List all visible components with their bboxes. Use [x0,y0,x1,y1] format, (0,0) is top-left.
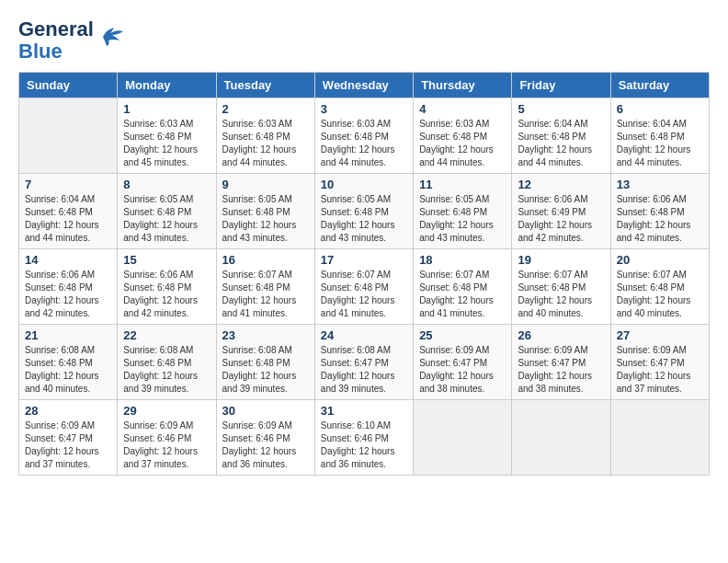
calendar-body: 1Sunrise: 6:03 AM Sunset: 6:48 PM Daylig… [19,98,710,476]
calendar-cell: 20Sunrise: 6:07 AM Sunset: 6:48 PM Dayli… [610,249,709,325]
weekday-header-saturday: Saturday [610,73,709,98]
calendar-cell [414,400,512,476]
day-number: 14 [25,253,111,267]
weekday-header-wednesday: Wednesday [314,73,413,98]
day-number: 7 [25,178,111,191]
day-info: Sunrise: 6:09 AM Sunset: 6:47 PM Dayligh… [419,344,506,396]
calendar-cell: 1Sunrise: 6:03 AM Sunset: 6:48 PM Daylig… [118,98,216,174]
calendar-cell: 7Sunrise: 6:04 AM Sunset: 6:48 PM Daylig… [19,174,118,249]
calendar-week-2: 7Sunrise: 6:04 AM Sunset: 6:48 PM Daylig… [19,174,710,249]
day-number: 17 [321,253,407,267]
calendar-cell: 29Sunrise: 6:09 AM Sunset: 6:46 PM Dayli… [118,400,216,476]
calendar-cell: 4Sunrise: 6:03 AM Sunset: 6:48 PM Daylig… [414,98,512,174]
weekday-header-sunday: Sunday [19,73,118,98]
day-number: 11 [419,178,506,191]
calendar-cell: 21Sunrise: 6:08 AM Sunset: 6:48 PM Dayli… [19,325,118,400]
day-info: Sunrise: 6:07 AM Sunset: 6:48 PM Dayligh… [222,269,309,320]
calendar-cell: 11Sunrise: 6:05 AM Sunset: 6:48 PM Dayli… [414,174,512,249]
day-info: Sunrise: 6:08 AM Sunset: 6:48 PM Dayligh… [25,344,111,396]
day-info: Sunrise: 6:07 AM Sunset: 6:48 PM Dayligh… [617,269,703,320]
calendar-cell: 13Sunrise: 6:06 AM Sunset: 6:48 PM Dayli… [610,174,709,249]
calendar-cell: 8Sunrise: 6:05 AM Sunset: 6:48 PM Daylig… [118,174,216,249]
calendar-cell: 22Sunrise: 6:08 AM Sunset: 6:48 PM Dayli… [118,325,216,400]
day-info: Sunrise: 6:04 AM Sunset: 6:48 PM Dayligh… [518,118,604,169]
day-info: Sunrise: 6:09 AM Sunset: 6:47 PM Dayligh… [617,344,703,396]
weekday-header-tuesday: Tuesday [216,73,314,98]
day-number: 2 [222,102,309,116]
calendar-cell: 27Sunrise: 6:09 AM Sunset: 6:47 PM Dayli… [610,325,709,400]
calendar-cell: 26Sunrise: 6:09 AM Sunset: 6:47 PM Dayli… [512,325,610,400]
day-number: 16 [222,253,309,267]
calendar-cell: 5Sunrise: 6:04 AM Sunset: 6:48 PM Daylig… [512,98,610,174]
calendar-cell: 15Sunrise: 6:06 AM Sunset: 6:48 PM Dayli… [118,249,216,325]
day-info: Sunrise: 6:03 AM Sunset: 6:48 PM Dayligh… [123,118,210,169]
day-number: 28 [25,404,111,418]
day-info: Sunrise: 6:09 AM Sunset: 6:47 PM Dayligh… [25,419,111,471]
day-number: 3 [321,102,407,116]
calendar-cell: 18Sunrise: 6:07 AM Sunset: 6:48 PM Dayli… [414,249,512,325]
day-info: Sunrise: 6:04 AM Sunset: 6:48 PM Dayligh… [25,193,111,245]
day-number: 24 [321,328,407,342]
day-number: 4 [419,102,506,116]
day-info: Sunrise: 6:03 AM Sunset: 6:48 PM Dayligh… [419,118,506,169]
calendar-cell: 24Sunrise: 6:08 AM Sunset: 6:47 PM Dayli… [314,325,413,400]
calendar-cell: 31Sunrise: 6:10 AM Sunset: 6:46 PM Dayli… [314,400,413,476]
day-info: Sunrise: 6:06 AM Sunset: 6:48 PM Dayligh… [617,193,703,245]
calendar-cell [19,98,118,174]
weekday-header-friday: Friday [512,73,610,98]
day-info: Sunrise: 6:07 AM Sunset: 6:48 PM Dayligh… [419,269,506,320]
weekday-header-monday: Monday [118,73,216,98]
calendar-cell: 3Sunrise: 6:03 AM Sunset: 6:48 PM Daylig… [314,98,413,174]
day-number: 10 [321,178,407,191]
day-number: 22 [123,328,210,342]
day-info: Sunrise: 6:09 AM Sunset: 6:46 PM Dayligh… [222,419,309,471]
day-number: 9 [222,178,309,191]
day-number: 18 [419,253,506,267]
calendar-cell: 16Sunrise: 6:07 AM Sunset: 6:48 PM Dayli… [216,249,314,325]
day-info: Sunrise: 6:10 AM Sunset: 6:46 PM Dayligh… [321,419,407,471]
day-number: 8 [123,178,210,191]
calendar-cell: 12Sunrise: 6:06 AM Sunset: 6:49 PM Dayli… [512,174,610,249]
day-info: Sunrise: 6:07 AM Sunset: 6:48 PM Dayligh… [321,269,407,320]
calendar-week-1: 1Sunrise: 6:03 AM Sunset: 6:48 PM Daylig… [19,98,710,174]
logo-general-text: General [18,18,94,40]
logo-bird-icon [96,20,129,53]
day-number: 6 [617,102,703,116]
calendar-cell: 9Sunrise: 6:05 AM Sunset: 6:48 PM Daylig… [216,174,314,249]
logo-blue-text: Blue [18,40,94,63]
weekday-header-thursday: Thursday [414,73,512,98]
day-info: Sunrise: 6:04 AM Sunset: 6:48 PM Dayligh… [617,118,703,169]
day-info: Sunrise: 6:03 AM Sunset: 6:48 PM Dayligh… [321,118,407,169]
day-info: Sunrise: 6:03 AM Sunset: 6:48 PM Dayligh… [222,118,309,169]
day-info: Sunrise: 6:08 AM Sunset: 6:48 PM Dayligh… [123,344,210,396]
calendar-cell: 28Sunrise: 6:09 AM Sunset: 6:47 PM Dayli… [19,400,118,476]
calendar-cell [610,400,709,476]
day-info: Sunrise: 6:08 AM Sunset: 6:47 PM Dayligh… [321,344,407,396]
calendar-cell: 23Sunrise: 6:08 AM Sunset: 6:48 PM Dayli… [216,325,314,400]
weekday-row: SundayMondayTuesdayWednesdayThursdayFrid… [19,73,710,98]
day-info: Sunrise: 6:09 AM Sunset: 6:46 PM Dayligh… [123,419,210,471]
day-number: 15 [123,253,210,267]
day-number: 5 [518,102,604,116]
day-info: Sunrise: 6:07 AM Sunset: 6:48 PM Dayligh… [518,269,604,320]
day-number: 1 [123,102,210,116]
day-number: 31 [321,404,407,418]
day-info: Sunrise: 6:05 AM Sunset: 6:48 PM Dayligh… [419,193,506,245]
day-number: 29 [123,404,210,418]
day-info: Sunrise: 6:05 AM Sunset: 6:48 PM Dayligh… [222,193,309,245]
day-info: Sunrise: 6:06 AM Sunset: 6:49 PM Dayligh… [518,193,604,245]
day-number: 27 [617,328,703,342]
page-header: General Blue [18,18,710,63]
calendar-cell [512,400,610,476]
day-info: Sunrise: 6:06 AM Sunset: 6:48 PM Dayligh… [123,269,210,320]
calendar-table: SundayMondayTuesdayWednesdayThursdayFrid… [18,72,710,476]
day-number: 25 [419,328,506,342]
day-number: 21 [25,328,111,342]
calendar-header: SundayMondayTuesdayWednesdayThursdayFrid… [19,73,710,98]
day-info: Sunrise: 6:08 AM Sunset: 6:48 PM Dayligh… [222,344,309,396]
calendar-week-5: 28Sunrise: 6:09 AM Sunset: 6:47 PM Dayli… [19,400,710,476]
day-number: 12 [518,178,604,191]
calendar-week-3: 14Sunrise: 6:06 AM Sunset: 6:48 PM Dayli… [19,249,710,325]
logo: General Blue [18,18,129,63]
day-number: 30 [222,404,309,418]
